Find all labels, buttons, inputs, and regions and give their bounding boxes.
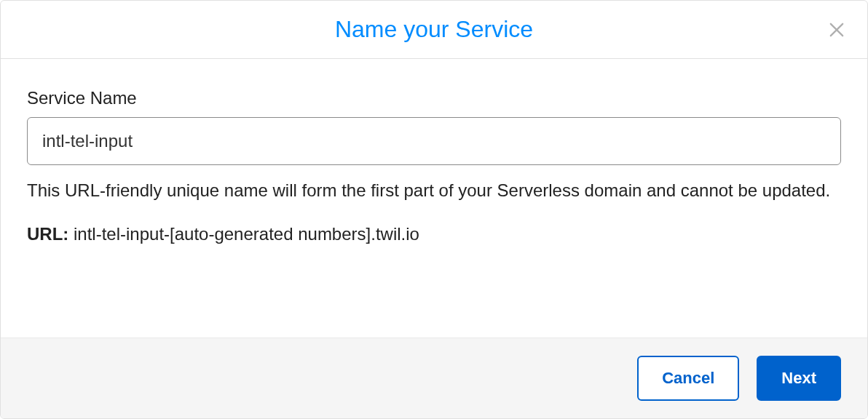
service-name-input[interactable] (27, 117, 841, 165)
url-label: URL: (27, 224, 68, 244)
modal-body: Service Name This URL-friendly unique na… (1, 59, 867, 338)
cancel-button[interactable]: Cancel (637, 356, 739, 401)
url-preview: URL: intl-tel-input-[auto-generated numb… (27, 224, 841, 244)
modal-title: Name your Service (335, 16, 533, 43)
modal-footer: Cancel Next (1, 338, 867, 418)
service-name-label: Service Name (27, 88, 841, 108)
close-button[interactable] (824, 17, 850, 43)
service-name-help-text: This URL-friendly unique name will form … (27, 177, 841, 204)
url-value: intl-tel-input-[auto-generated numbers].… (74, 224, 419, 244)
modal-header: Name your Service (1, 1, 867, 59)
close-icon (826, 20, 847, 40)
next-button[interactable]: Next (757, 356, 841, 401)
name-service-modal: Name your Service Service Name This URL-… (0, 0, 868, 419)
